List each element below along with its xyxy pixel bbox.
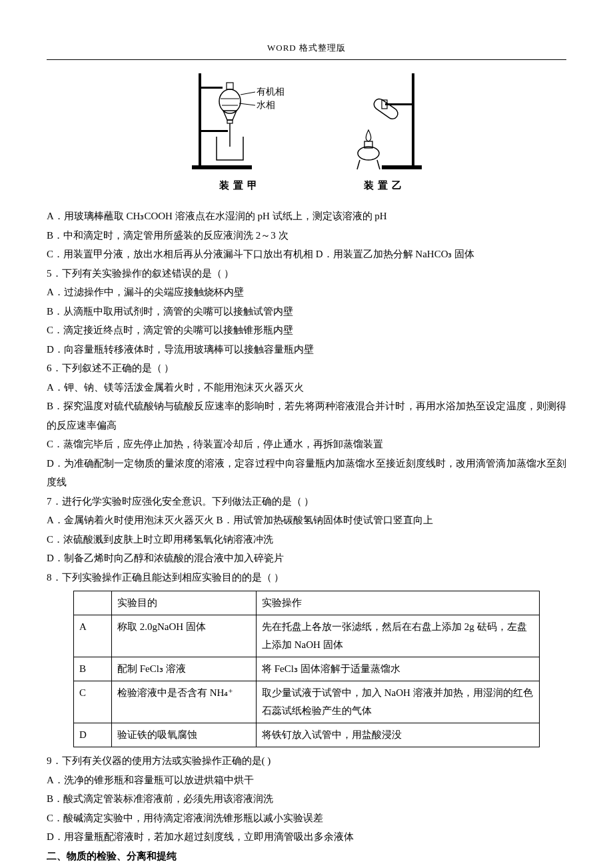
cell-purpose: 检验溶液中是否含有 NH₄⁺ [112, 681, 257, 723]
svg-line-20 [377, 160, 380, 169]
q9d: D．用容量瓶配溶液时，若加水超过刻度线，立即用滴管吸出多余液体 [47, 827, 566, 847]
table-row: D 验证铁的吸氧腐蚀 将铁钉放入试管中，用盐酸浸没 [74, 723, 540, 747]
caption-a: 装置甲 [189, 176, 292, 195]
q6: 6．下列叙述不正确的是（ ） [47, 359, 566, 378]
svg-rect-12 [382, 165, 422, 169]
th-purpose: 实验目的 [112, 591, 257, 615]
svg-rect-1 [199, 73, 201, 167]
table-header-row: 实验目的 实验操作 [74, 591, 540, 615]
cell-operation: 取少量试液于试管中，加入 NaOH 溶液并加热，用湿润的红色石蕊试纸检验产生的气… [257, 681, 540, 723]
q9: 9．下列有关仪器的使用方法或实验操作正确的是( ) [47, 751, 566, 771]
th-operation: 实验操作 [257, 591, 540, 615]
q6a: A．钾、钠、镁等活泼金属着火时，不能用泡沫灭火器灭火 [47, 378, 566, 397]
cell-purpose: 称取 2.0gNaOH 固体 [112, 615, 257, 657]
table-row: B 配制 FeCl₃ 溶液 将 FeCl₃ 固体溶解于适量蒸馏水 [74, 657, 540, 681]
q5c: C．滴定接近终点时，滴定管的尖嘴可以接触锥形瓶内壁 [47, 321, 566, 340]
figure-b: 装置乙 [345, 67, 425, 195]
svg-rect-13 [412, 73, 414, 167]
q7: 7．进行化学实验时应强化安全意识。下列做法正确的是（ ） [47, 492, 566, 511]
q8: 8．下列实验操作正确且能达到相应实验目的的是（ ） [47, 568, 566, 587]
svg-rect-3 [201, 130, 228, 132]
cell-operation: 先在托盘上各放一张滤纸，然后在右盘上添加 2g 砝码，左盘上添加 NaOH 固体 [257, 615, 540, 657]
section-2-title: 二、物质的检验、分离和提纯 [47, 847, 566, 866]
cell-operation: 将铁钉放入试管中，用盐酸浸没 [257, 723, 540, 747]
q7c: C．浓硫酸溅到皮肤上时立即用稀氢氧化钠溶液冲洗 [47, 530, 566, 549]
th-blank [74, 591, 112, 615]
q9a: A．洗净的锥形瓶和容量瓶可以放进烘箱中烘干 [47, 771, 566, 790]
label-organic: 有机相 [257, 87, 285, 97]
q7ab: A．金属钠着火时使用泡沫灭火器灭火 B．用试管加热碳酸氢钠固体时使试管口竖直向上 [47, 511, 566, 530]
cell-key: B [74, 657, 112, 681]
cell-purpose: 验证铁的吸氧腐蚀 [112, 723, 257, 747]
option-a: A．用玻璃棒蘸取 CH₃COOH 溶液点在水湿润的 pH 试纸上，测定该溶液的 … [47, 207, 566, 226]
q6b: B．探究温度对硫代硫酸钠与硫酸反应速率的影响时，若先将两种溶液混合并计时，再用水… [47, 397, 566, 435]
cell-purpose: 配制 FeCl₃ 溶液 [112, 657, 257, 681]
cell-key: A [74, 615, 112, 657]
experiment-table: 实验目的 实验操作 A 称取 2.0gNaOH 固体 先在托盘上各放一张滤纸，然… [73, 591, 540, 747]
option-b: B．中和滴定时，滴定管用所盛装的反应液润洗 2～3 次 [47, 226, 566, 245]
svg-point-17 [358, 147, 379, 160]
q6d: D．为准确配制一定物质的量浓度的溶液，定容过程中向容量瓶内加蒸馏水至接近刻度线时… [47, 454, 566, 492]
svg-line-19 [357, 160, 360, 169]
q7d: D．制备乙烯时向乙醇和浓硫酸的混合液中加入碎瓷片 [47, 549, 566, 568]
label-aqueous: 水相 [257, 100, 275, 110]
svg-point-4 [219, 89, 241, 113]
q5d: D．向容量瓶转移液体时，导流用玻璃棒可以接触容量瓶内壁 [47, 340, 566, 359]
q5b: B．从滴瓶中取用试剂时，滴管的尖嘴可以接触试管内壁 [47, 302, 566, 321]
svg-rect-6 [227, 120, 233, 123]
table-row: C 检验溶液中是否含有 NH₄⁺ 取少量试液于试管中，加入 NaOH 溶液并加热… [74, 681, 540, 723]
figure-row: 有机相 水相 装置甲 [47, 67, 566, 195]
svg-line-10 [241, 92, 255, 95]
q9b: B．酸式滴定管装标准溶液前，必须先用该溶液润洗 [47, 789, 566, 809]
cell-key: D [74, 723, 112, 747]
apparatus-b-icon [345, 67, 425, 173]
cell-key: C [74, 681, 112, 723]
q5: 5．下列有关实验操作的叙述错误的是（ ） [47, 264, 566, 283]
page-header: WORD 格式整理版 [47, 40, 566, 60]
figure-a: 有机相 水相 装置甲 [189, 67, 292, 195]
q5a: A．过滤操作中，漏斗的尖端应接触烧杯内壁 [47, 283, 566, 302]
svg-line-11 [239, 103, 255, 105]
caption-b: 装置乙 [345, 176, 425, 195]
table-row: A 称取 2.0gNaOH 固体 先在托盘上各放一张滤纸，然后在右盘上添加 2g… [74, 615, 540, 657]
option-c-d: C．用装置甲分液，放出水相后再从分液漏斗下口放出有机相 D．用装置乙加热分解 N… [47, 245, 566, 264]
svg-rect-5 [227, 83, 233, 89]
q6c: C．蒸馏完毕后，应先停止加热，待装置冷却后，停止通水，再拆卸蒸馏装置 [47, 435, 566, 454]
apparatus-a-icon: 有机相 水相 [189, 67, 292, 173]
svg-rect-2 [201, 87, 223, 89]
cell-operation: 将 FeCl₃ 固体溶解于适量蒸馏水 [257, 657, 540, 681]
q9c: C．酸碱滴定实验中，用待滴定溶液润洗锥形瓶以减小实验误差 [47, 809, 566, 828]
